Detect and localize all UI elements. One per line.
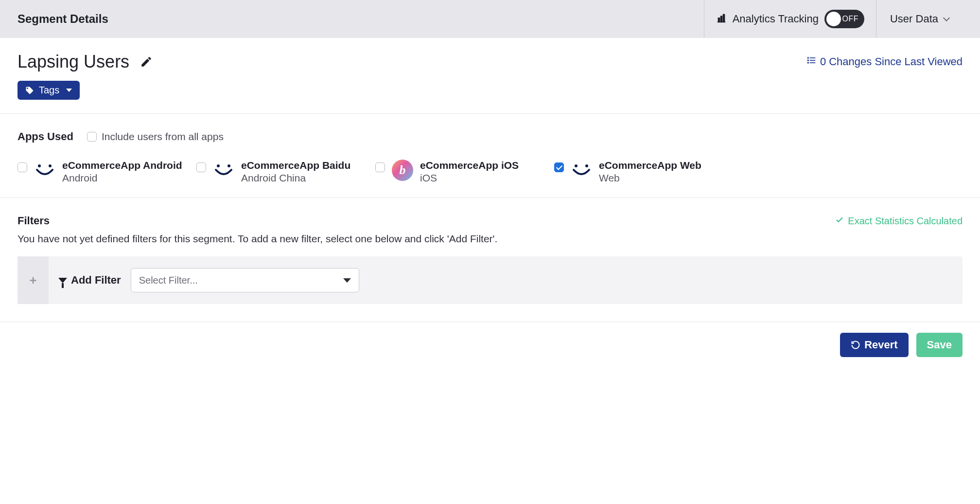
user-data-label: User Data bbox=[890, 13, 938, 25]
svg-point-8 bbox=[807, 62, 809, 63]
smile-icon bbox=[213, 160, 234, 181]
top-bar: Segment Details Analytics Tracking OFF U… bbox=[0, 0, 980, 38]
app-name: eCommerceApp Web bbox=[599, 160, 701, 171]
save-label: Save bbox=[927, 339, 952, 351]
segment-header: Lapsing Users 0 Changes Since Last Viewe… bbox=[18, 52, 962, 72]
app-item[interactable]: eCommerceApp AndroidAndroid bbox=[18, 160, 183, 184]
filter-select-dropdown[interactable]: Select Filter... bbox=[131, 268, 359, 292]
svg-rect-7 bbox=[810, 60, 816, 61]
apps-used-section: Apps Used Include users from all apps eC… bbox=[18, 114, 962, 184]
svg-rect-2 bbox=[720, 16, 722, 22]
save-button[interactable]: Save bbox=[916, 333, 962, 357]
add-filter-bar: + Add Filter Select Filter... bbox=[18, 256, 962, 304]
caret-down-icon bbox=[66, 89, 72, 92]
check-icon bbox=[835, 216, 844, 227]
top-bar-right: Analytics Tracking OFF User Data bbox=[704, 0, 962, 38]
checkbox-icon bbox=[196, 162, 206, 172]
app-platform: iOS bbox=[420, 172, 519, 184]
svg-rect-5 bbox=[810, 57, 816, 58]
smile-icon bbox=[34, 160, 55, 181]
app-platform: Android China bbox=[241, 172, 350, 184]
add-filter-label-block: Add Filter bbox=[58, 274, 121, 287]
svg-point-15 bbox=[585, 164, 588, 167]
filters-section: Filters Exact Statistics Calculated You … bbox=[18, 198, 962, 304]
svg-point-4 bbox=[807, 57, 809, 58]
filter-select-placeholder: Select Filter... bbox=[139, 275, 198, 286]
app-item[interactable]: beCommerceApp iOSiOS bbox=[375, 160, 541, 184]
app-item[interactable]: eCommerceApp WebWeb bbox=[554, 160, 719, 184]
analytics-toggle[interactable]: OFF bbox=[824, 10, 864, 28]
page-title: Segment Details bbox=[18, 12, 108, 26]
segment-name: Lapsing Users bbox=[18, 52, 129, 72]
undo-icon bbox=[851, 340, 860, 350]
filters-title: Filters bbox=[18, 215, 50, 227]
app-name: eCommerceApp Baidu bbox=[241, 160, 350, 171]
toggle-state-label: OFF bbox=[842, 15, 858, 23]
app-name: eCommerceApp Android bbox=[62, 160, 182, 171]
user-data-dropdown[interactable]: User Data bbox=[876, 0, 962, 38]
tags-label: Tags bbox=[39, 85, 59, 96]
svg-point-11 bbox=[49, 164, 52, 167]
svg-point-12 bbox=[217, 164, 220, 167]
funnel-icon bbox=[58, 278, 67, 283]
include-all-label: Include users from all apps bbox=[102, 131, 224, 143]
revert-button[interactable]: Revert bbox=[840, 333, 908, 357]
svg-rect-1 bbox=[718, 18, 719, 22]
checkbox-icon bbox=[87, 132, 97, 142]
chevron-down-icon bbox=[943, 15, 950, 21]
exact-stats-badge: Exact Statistics Calculated bbox=[835, 216, 962, 227]
changes-label: 0 Changes Since Last Viewed bbox=[820, 55, 962, 68]
edit-icon[interactable] bbox=[140, 55, 153, 68]
add-filter-label: Add Filter bbox=[71, 274, 121, 287]
checkbox-icon bbox=[375, 162, 385, 172]
app-item[interactable]: eCommerceApp BaiduAndroid China bbox=[196, 160, 362, 184]
app-platform: Android bbox=[62, 172, 182, 184]
svg-rect-3 bbox=[723, 14, 724, 22]
caret-down-icon bbox=[343, 278, 351, 283]
svg-point-13 bbox=[228, 164, 230, 167]
svg-point-6 bbox=[807, 59, 809, 61]
include-all-apps-checkbox[interactable]: Include users from all apps bbox=[87, 131, 224, 143]
svg-point-14 bbox=[575, 164, 578, 167]
tags-button[interactable]: Tags bbox=[18, 81, 80, 100]
app-name: eCommerceApp iOS bbox=[420, 160, 519, 171]
analytics-tracking-block: Analytics Tracking OFF bbox=[704, 0, 876, 38]
footer-actions: Revert Save bbox=[0, 322, 980, 368]
app-platform: Web bbox=[599, 172, 701, 184]
svg-rect-9 bbox=[810, 62, 816, 63]
exact-stats-label: Exact Statistics Calculated bbox=[848, 216, 962, 227]
add-filter-plus[interactable]: + bbox=[18, 256, 49, 304]
analytics-tracking-label: Analytics Tracking bbox=[733, 13, 819, 25]
smile-icon bbox=[571, 160, 592, 181]
checkbox-icon bbox=[554, 162, 564, 172]
changes-since-viewed-link[interactable]: 0 Changes Since Last Viewed bbox=[806, 55, 962, 68]
filters-description: You have not yet defined filters for thi… bbox=[18, 233, 962, 245]
app-logo-icon: b bbox=[392, 160, 413, 181]
svg-point-10 bbox=[38, 164, 41, 167]
tag-icon bbox=[25, 86, 34, 95]
list-icon bbox=[806, 55, 816, 68]
plus-icon: + bbox=[29, 273, 36, 288]
chart-bar-icon bbox=[716, 13, 727, 26]
revert-label: Revert bbox=[864, 339, 897, 351]
apps-used-title: Apps Used bbox=[18, 130, 73, 143]
checkbox-icon bbox=[18, 162, 27, 172]
